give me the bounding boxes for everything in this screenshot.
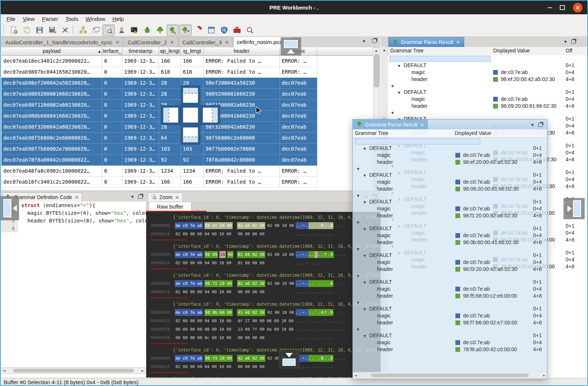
cell-terface_[interactable]: 0 bbox=[102, 100, 122, 111]
cell-magic[interactable]: dec07eab bbox=[280, 100, 317, 111]
hex-byte-run[interactable]: 02 00 00 00 04 00 10 00 bbox=[175, 231, 232, 238]
tree-icon[interactable] bbox=[154, 25, 166, 36]
tree-field-row[interactable]: magicde:c0:7e:ab0+4 bbox=[354, 179, 547, 185]
panel-float-icon[interactable] bbox=[571, 40, 576, 44]
panel-menu-icon[interactable]: ▼ bbox=[531, 123, 534, 127]
close-tab-icon[interactable]: × bbox=[456, 39, 460, 45]
hex-byte-run[interactable]: de c0 7e ab bbox=[175, 355, 203, 362]
tree-field-row[interactable]: header98:f1:20:00:82:a6:02:304+8 bbox=[354, 212, 547, 219]
hex-byte-run[interactable]: de c0 7e ab bbox=[175, 251, 203, 258]
cell-terface_[interactable]: 0 bbox=[102, 166, 122, 177]
cell-terface_[interactable]: 0 bbox=[102, 78, 122, 89]
cell-ig_lengt[interactable]: 1234 bbox=[181, 166, 204, 177]
cell-timestamp[interactable]: 1969-12-3… bbox=[122, 155, 159, 166]
editor-tab[interactable]: CallController_2× bbox=[124, 37, 178, 47]
save-icon[interactable] bbox=[33, 25, 45, 36]
hex-byte-run[interactable]: 82 a6 02 30 bbox=[237, 280, 265, 287]
hex-byte-run[interactable]: 00 00 00 00 bbox=[237, 363, 265, 370]
tree-field-row[interactable]: magicde:c0:7e:ab0+4 bbox=[388, 69, 588, 76]
close-tab-icon[interactable]: × bbox=[75, 194, 79, 200]
menu-item-file[interactable]: File bbox=[3, 14, 19, 24]
drop-top-icon[interactable] bbox=[181, 85, 200, 105]
scrollbar-thumb[interactable] bbox=[13, 369, 134, 372]
menu-item-tools[interactable]: Tools bbox=[62, 14, 82, 24]
column-header-header[interactable]: header bbox=[204, 47, 280, 56]
scrollbar-thumb[interactable] bbox=[371, 374, 529, 377]
cell-payload[interactable]: dec07eab9807bc0441650230020… bbox=[1, 67, 102, 78]
ascii-run[interactable]: .. .B..0 bbox=[308, 355, 334, 362]
hex-row[interactable]: 0000001002 00 00 00 04 00 10 0000 00 00 … bbox=[146, 230, 381, 238]
hex-row[interactable]: 0000002000 00 00 00 08 00 10 0013 00 7f … bbox=[146, 325, 381, 334]
table-row[interactable]: dec07eab78f8a00042c00000022…01969-12-3…9… bbox=[1, 155, 373, 166]
cell-ap_lengt[interactable]: 92 bbox=[159, 155, 181, 166]
tree-root-row[interactable]: ▼ bbox=[388, 83, 588, 88]
tree-root-row[interactable]: ▼ bbox=[354, 299, 547, 305]
new-file-icon[interactable] bbox=[8, 25, 20, 36]
tree-field-row[interactable]: magicde:c0:7e:ab0+4 bbox=[354, 205, 547, 212]
hex-viewer[interactable]: {'interface_id': 0, 'timestamp': datetim… bbox=[146, 212, 381, 378]
cell-ig_lengt[interactable]: 166 bbox=[181, 56, 204, 67]
close-tab-icon[interactable]: × bbox=[420, 122, 424, 128]
hex-byte-run[interactable]: 00 00 00 00 bbox=[237, 288, 265, 295]
cell-payload[interactable]: dec07eab18fc3401c2c20000022… bbox=[1, 177, 102, 188]
cell-magic[interactable]: ERROR: … bbox=[280, 177, 317, 188]
hex-row[interactable]: 00000000de c0 7e ab98 ef 20 0042 a5 02 3… bbox=[146, 221, 381, 230]
hex-byte-run[interactable]: 00 bbox=[227, 251, 233, 258]
cell-payload[interactable]: dec07eab48fa8c0902c10000022… bbox=[1, 166, 102, 177]
tree-edit-icon[interactable] bbox=[167, 25, 179, 36]
hex-byte-run[interactable]: de c0 7e ab bbox=[175, 280, 203, 287]
tools-icon[interactable] bbox=[59, 25, 71, 36]
table-row[interactable]: dec07eab9807bc0441650230020…01969-12-3…6… bbox=[1, 67, 373, 78]
cell-magic[interactable]: dec07eab bbox=[280, 133, 317, 144]
hex-byte-run[interactable]: 02 00 00 00 04 00 10 00 bbox=[175, 363, 232, 370]
cell-ap_lengt[interactable]: 166 bbox=[159, 177, 181, 188]
hex-byte-run[interactable]: de c0 7e ab bbox=[175, 222, 203, 229]
scrollbar-thumb[interactable] bbox=[374, 54, 379, 87]
scroll-left-icon[interactable]: ◄ bbox=[3, 368, 5, 374]
hierarchy-icon[interactable] bbox=[77, 25, 89, 36]
cell-payload[interactable]: dec07eab98f1200082a60230020… bbox=[1, 100, 102, 111]
panel-float-icon[interactable] bbox=[538, 123, 543, 127]
drop-left-icon[interactable] bbox=[161, 105, 181, 125]
tree-root-row[interactable]: ▼ bbox=[354, 139, 547, 144]
col-grammar-tree[interactable]: Grammar Tree bbox=[355, 130, 388, 136]
cell-header[interactable]: ERROR: Failed to … bbox=[204, 177, 280, 188]
ascii-run[interactable]: .... bbox=[334, 251, 347, 258]
scroll-right-icon[interactable]: ► bbox=[141, 368, 144, 374]
cell-terface_[interactable]: 0 bbox=[102, 177, 122, 188]
cell-header[interactable]: ERROR: Failed to … bbox=[204, 56, 280, 67]
col-displayed-value[interactable]: Displayed Value bbox=[493, 48, 530, 54]
ascii-run[interactable]: .. .B..0 bbox=[308, 222, 334, 229]
cell-ig_lengt[interactable]: 166 bbox=[181, 177, 204, 188]
cell-timestamp[interactable]: 1969-12-3… bbox=[122, 56, 159, 67]
cell-ig_lengt[interactable]: 92 bbox=[181, 155, 204, 166]
menu-item-window[interactable]: Window bbox=[82, 14, 109, 24]
cell-payload[interactable]: dec07eab98ef200042a50230020… bbox=[1, 78, 102, 89]
code-line[interactable]: 3 header BYTES(size=(8), show="hex", col… bbox=[1, 217, 146, 225]
cell-terface_[interactable]: 0 bbox=[102, 89, 122, 100]
bug-icon[interactable] bbox=[141, 25, 153, 36]
column-header-payload[interactable]: payload▲ bbox=[1, 47, 102, 56]
ascii-run[interactable]: ..f.0 bbox=[318, 251, 333, 258]
terminal-warning-icon[interactable] bbox=[128, 25, 140, 36]
tree-field-row[interactable]: header98:09:20:00:81:66:02:304+8 bbox=[354, 185, 547, 192]
tree-field-row[interactable]: magicde:c0:7e:ab0+4 bbox=[354, 152, 547, 159]
hex-byte-run[interactable]: 42 a6 02 30 bbox=[237, 355, 265, 362]
hex-byte-run[interactable]: 98 f1 20 00 bbox=[204, 280, 233, 287]
menu-item-view[interactable]: View bbox=[19, 14, 38, 24]
hex-row[interactable]: 00000000de c0 7e ab98 09200081 66 02 300… bbox=[146, 250, 381, 259]
cell-magic[interactable]: dec07eab bbox=[280, 155, 317, 166]
hex-row[interactable]: 0000001002 00 00 00 04 00 10 0001 00 00 … bbox=[146, 259, 381, 267]
ascii-run[interactable]: .........'...... bbox=[296, 317, 346, 324]
cell-timestamp[interactable]: 1969-12-3… bbox=[122, 111, 159, 122]
floating-grammar-parse-result[interactable]: Grammar Parse Result × ▼ Grammar Tree Di… bbox=[352, 119, 547, 379]
code-line[interactable]: 1struct (endianness="<"){ bbox=[1, 202, 146, 209]
tree-node-row[interactable]: ▼DEFAULT0+1 bbox=[354, 305, 547, 312]
cell-timestamp[interactable]: 1969-12-3… bbox=[122, 122, 159, 133]
scroll-up-icon[interactable]: ▲ bbox=[373, 48, 379, 54]
cell-terface_[interactable]: 0 bbox=[102, 56, 122, 67]
tree-node-row[interactable]: ▼DEFAULT0+1 bbox=[388, 88, 588, 96]
open-copy-icon[interactable] bbox=[21, 25, 33, 36]
cell-magic[interactable]: dec07eab bbox=[280, 89, 317, 100]
hex-byte-run[interactable]: 00 00 00 00 0c 00 10 00 bbox=[175, 334, 232, 341]
